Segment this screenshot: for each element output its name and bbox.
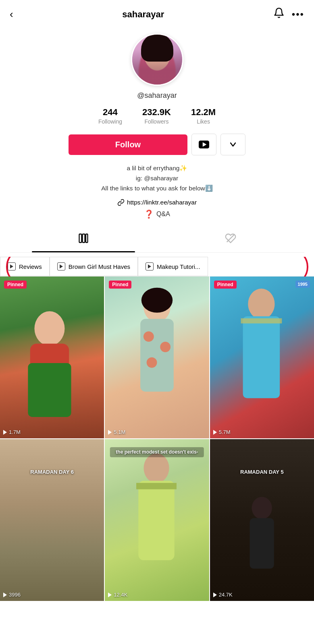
profile-tabs (10, 227, 304, 253)
svg-rect-23 (136, 483, 177, 489)
video-overlay-6: RAMADAN DAY 5 (215, 469, 309, 476)
svg-point-24 (252, 497, 272, 519)
followers-count: 232.9K (142, 107, 171, 118)
view-count-1: 1.7M (9, 429, 21, 435)
svg-point-17 (147, 357, 157, 368)
playlist-makeup-label: Makeup Tutori... (157, 263, 200, 270)
playlist-icon (8, 262, 16, 270)
play-icon-3 (213, 430, 217, 435)
playlist-makeup[interactable]: Makeup Tutori... (138, 257, 208, 276)
follow-button[interactable]: Follow (69, 134, 187, 155)
svg-rect-22 (138, 481, 174, 560)
video-overlay-4: RAMADAN DAY 6 (5, 469, 99, 476)
view-count-2: 5.1M (114, 429, 125, 435)
avatar-hair (141, 33, 173, 62)
pinned-badge-2: Pinned (109, 281, 131, 289)
stat-following[interactable]: 244 Following (98, 107, 122, 125)
qa-icon: ❓ (144, 209, 154, 219)
svg-rect-25 (250, 518, 274, 569)
svg-point-9 (34, 311, 64, 346)
page-title: saharayar (122, 9, 164, 20)
svg-point-15 (143, 332, 154, 342)
bio-line1: a lil bit of errythang✨ (101, 163, 213, 173)
video-grid: Pinned 1.7M Pinned 5.1M (0, 277, 314, 601)
username: @saharayar (137, 91, 177, 100)
link-text: https://linktr.ee/saharayar (127, 199, 197, 206)
svg-rect-4 (86, 234, 88, 243)
svg-rect-19 (243, 316, 280, 398)
playlist-brown-girl[interactable]: Brown Girl Must Haves (50, 257, 138, 276)
view-count-5: 12.4K (114, 592, 127, 598)
video-overlay-5: the perfect modest set doesn't exis- (110, 447, 204, 457)
heart-icon (225, 233, 236, 247)
video-tile-4[interactable]: RAMADAN DAY 6 3996 (0, 439, 104, 601)
stat-likes[interactable]: 12.2M Likes (191, 107, 216, 125)
play-icon-4 (3, 592, 7, 597)
view-count-4: 3996 (9, 592, 21, 598)
playlist-icon-2 (57, 262, 65, 270)
likes-label: Likes (197, 118, 210, 125)
svg-marker-7 (60, 264, 63, 268)
video-tile-2[interactable]: Pinned 5.1M (105, 277, 209, 438)
profile-section: @saharayar 244 Following 232.9K Follower… (0, 25, 314, 257)
svg-marker-6 (10, 264, 13, 268)
action-buttons: Follow (69, 134, 245, 155)
view-count-3: 5.7M (219, 429, 231, 435)
svg-rect-3 (82, 234, 85, 243)
profile-link[interactable]: https://linktr.ee/saharayar (117, 199, 197, 206)
svg-rect-14 (140, 319, 174, 392)
video-tile-1[interactable]: Pinned 1.7M (0, 277, 104, 438)
svg-rect-2 (79, 234, 81, 243)
svg-point-18 (248, 289, 274, 319)
video-stats-4: 3996 (3, 592, 21, 598)
svg-marker-8 (148, 264, 151, 268)
dropdown-button[interactable] (220, 134, 245, 155)
playlists-row: Reviews Brown Girl Must Haves Makeup Tut… (0, 257, 314, 277)
view-count-6: 24.7K (219, 592, 233, 598)
playlists-section: Reviews Brown Girl Must Haves Makeup Tut… (0, 257, 314, 277)
following-count: 244 (103, 107, 118, 118)
followers-label: Followers (145, 118, 169, 125)
svg-point-13 (141, 288, 173, 313)
pinned-badge-1: Pinned (4, 281, 27, 289)
pinned-badge-3: Pinned (214, 281, 237, 289)
svg-rect-20 (241, 318, 282, 324)
play-icon-5 (108, 592, 112, 597)
notification-button[interactable] (273, 7, 285, 21)
tab-grid[interactable] (10, 227, 157, 252)
stats-row: 244 Following 232.9K Followers 12.2M Lik… (98, 107, 216, 125)
header-actions: ••• (273, 7, 304, 21)
video-tile-3[interactable]: Pinned 1995 5.7M (210, 277, 314, 438)
bio-section: a lil bit of errythang✨ ig: @saharayar A… (89, 163, 225, 193)
video-tile-5[interactable]: the perfect modest set doesn't exis- 12.… (105, 439, 209, 601)
playlist-icon-3 (146, 262, 154, 270)
video-stats-5: 12.4K (108, 592, 127, 598)
more-options-button[interactable]: ••• (292, 9, 304, 20)
play-icon-1 (3, 430, 7, 435)
playlist-brown-girl-label: Brown Girl Must Haves (69, 263, 130, 270)
svg-rect-11 (28, 363, 71, 417)
tab-liked[interactable] (157, 227, 305, 252)
video-stats-1: 1.7M (3, 429, 21, 435)
year-badge-3: 1995 (295, 281, 310, 288)
video-stats-3: 5.7M (213, 429, 231, 435)
bio-line2: ig: @saharayar (101, 173, 213, 184)
video-stats-2: 5.1M (108, 429, 125, 435)
youtube-button[interactable] (191, 134, 216, 155)
header: ‹ saharayar ••• (0, 0, 314, 25)
playlist-reviews-label: Reviews (19, 263, 42, 270)
qa-label: Q&A (156, 211, 170, 218)
following-label: Following (98, 118, 122, 125)
back-button[interactable]: ‹ (10, 8, 13, 21)
likes-count: 12.2M (191, 107, 216, 118)
playlist-reviews[interactable]: Reviews (0, 257, 50, 276)
svg-point-21 (144, 453, 169, 483)
play-icon-2 (108, 430, 112, 435)
stat-followers[interactable]: 232.9K Followers (142, 107, 171, 125)
video-stats-6: 24.7K (213, 592, 233, 598)
video-tile-6[interactable]: RAMADAN DAY 5 24.7K (210, 439, 314, 601)
qa-row[interactable]: ❓ Q&A (144, 209, 170, 219)
avatar-image (132, 33, 182, 86)
grid-icon (78, 233, 89, 247)
svg-point-16 (160, 342, 171, 353)
